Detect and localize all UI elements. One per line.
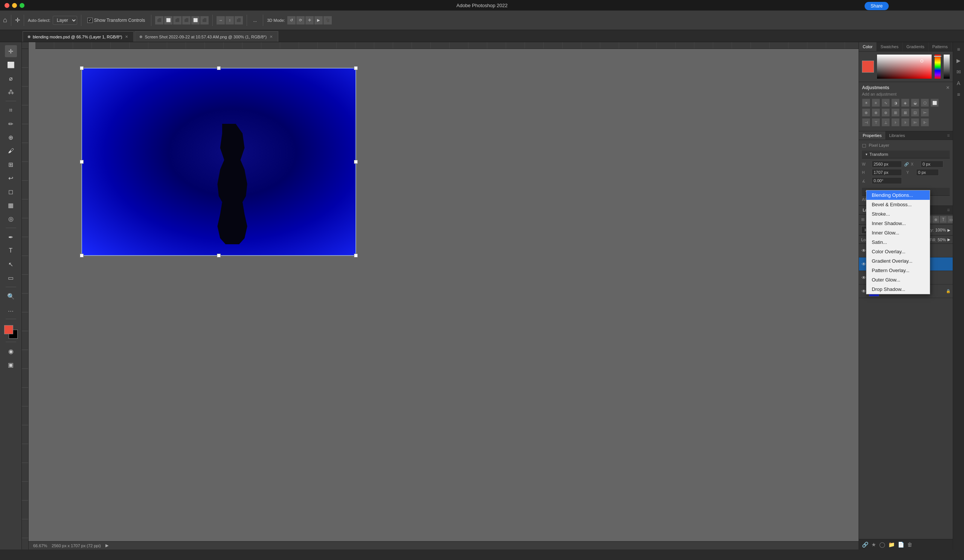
dist-v-btn[interactable]: ↕ — [226, 16, 234, 24]
crop-tool-btn[interactable]: ⌗ — [5, 104, 17, 116]
opacity-expand[interactable]: ▶ — [948, 228, 951, 232]
transform-section-header[interactable]: ▼ Transform — [862, 151, 950, 158]
patterns-tab[interactable]: Patterns — [928, 42, 952, 51]
context-menu-item-gradient-overlay[interactable]: Gradient Overlay... — [866, 256, 930, 266]
align-left-btn[interactable]: ⬛ — [155, 16, 163, 24]
tab-blending-modes-close[interactable]: ✕ — [124, 35, 129, 39]
filter-adj-btn[interactable]: ⊕ — [932, 216, 939, 223]
context-menu-item-color-overlay[interactable]: Color Overlay... — [866, 247, 930, 256]
context-menu-item-blending-options[interactable]: Blending Options... — [866, 190, 930, 200]
gradient-map-btn[interactable]: ⊡ — [911, 109, 919, 117]
canvas-scroll-area[interactable]: 66.67% 2560 px x 1707 px (72 ppi) ▶ — [29, 49, 858, 549]
far-right-play-btn[interactable]: ▶ — [954, 57, 963, 65]
adj-btn15[interactable]: ⊩ — [921, 118, 929, 127]
invert-adj-btn[interactable]: ⊛ — [881, 109, 890, 117]
dist-x-btn[interactable]: ⬛ — [234, 16, 243, 24]
hue-indicator[interactable] — [934, 56, 941, 57]
magic-wand-btn[interactable]: ⁂ — [5, 86, 17, 98]
layer3-vis-icon[interactable]: 👁 — [861, 248, 866, 253]
color-gradient[interactable] — [877, 55, 931, 79]
close-button[interactable] — [5, 3, 10, 8]
color-preview[interactable] — [862, 61, 874, 73]
adj-btn14[interactable]: ⊨ — [911, 118, 919, 127]
shape-btn[interactable]: ▭ — [5, 272, 17, 284]
blur-btn[interactable]: ◎ — [5, 213, 17, 225]
home-icon[interactable]: ⌂ — [3, 16, 7, 24]
align-right-btn[interactable]: ⬛ — [173, 16, 181, 24]
transform-handle-bl[interactable] — [80, 254, 84, 257]
posterize-adj-btn[interactable]: ⊞ — [891, 109, 900, 117]
link-layers-btn[interactable]: 🔗 — [862, 542, 868, 548]
new-layer-btn[interactable]: 📄 — [898, 542, 904, 548]
context-menu-item-inner-glow[interactable]: Inner Glow... — [866, 228, 930, 237]
brush-btn[interactable]: 🖌 — [5, 145, 17, 157]
foreground-color-swatch[interactable] — [4, 325, 13, 334]
filter-shape-btn[interactable]: ▭ — [948, 216, 953, 223]
far-right-btn3[interactable]: ✉ — [954, 68, 963, 76]
tab-screenshot[interactable]: ⊕ Screen Shot 2022-09-22 at 10.57.43 AM.… — [134, 31, 278, 42]
type-btn[interactable]: T — [5, 245, 17, 256]
gradients-tab[interactable]: Gradients — [903, 42, 928, 51]
context-menu-item-pattern-overlay[interactable]: Pattern Overlay... — [866, 266, 930, 275]
move-tool-btn[interactable]: ✛ — [5, 45, 17, 57]
colorbalance-adj-btn[interactable]: ⬡ — [921, 99, 929, 107]
3d-btn3[interactable]: ✛ — [305, 16, 314, 24]
transform-handle-tl[interactable] — [80, 66, 84, 70]
canvas-image[interactable] — [81, 68, 356, 256]
history-btn[interactable]: ↩ — [5, 172, 17, 184]
add-mask-btn[interactable]: ◯ — [879, 542, 885, 548]
move-tool-icon[interactable]: ✛ — [15, 16, 20, 24]
add-style-btn[interactable]: ★ — [871, 542, 876, 548]
lasso-tool-btn[interactable]: ⌀ — [5, 72, 17, 84]
far-right-btn1[interactable]: ≡ — [954, 45, 963, 54]
layer1-vis-icon[interactable]: 👁 — [861, 261, 866, 267]
transform-handle-ml[interactable] — [80, 160, 84, 164]
screen-mode-btn[interactable]: ▣ — [5, 359, 17, 371]
channel-adj-btn[interactable]: ⊗ — [872, 109, 880, 117]
link-icon[interactable]: 🔗 — [904, 162, 909, 166]
angle-input[interactable] — [872, 177, 902, 184]
mask-btn[interactable]: ◉ — [5, 345, 17, 357]
bg-vis-icon[interactable]: 👁 — [861, 289, 866, 294]
gradient-btn[interactable]: ▦ — [5, 199, 17, 211]
eraser-btn[interactable]: ◻ — [5, 185, 17, 198]
3d-btn2[interactable]: ⟳ — [296, 16, 305, 24]
align-bottom-btn[interactable]: ⬛ — [200, 16, 208, 24]
exposure-adj-btn[interactable]: ◑ — [891, 99, 900, 107]
share-button[interactable]: Share — [865, 2, 889, 10]
pen-btn[interactable]: ✒ — [5, 231, 17, 243]
layer2-vis-icon[interactable]: 👁 — [861, 275, 866, 280]
minimize-button[interactable] — [12, 3, 17, 8]
zoom-btn[interactable]: 🔍 — [5, 290, 17, 302]
3d-btn5[interactable]: 🎥 — [324, 16, 332, 24]
hsl-adj-btn[interactable]: ◒ — [911, 99, 919, 107]
transform-handle-bc[interactable] — [217, 254, 221, 257]
path-select-btn[interactable]: ↖ — [5, 258, 17, 270]
x-input[interactable] — [921, 161, 943, 167]
align-vcenter-btn[interactable]: ⬜ — [191, 16, 200, 24]
y-input[interactable] — [916, 169, 939, 176]
hue-strip[interactable] — [935, 55, 941, 79]
clone-btn[interactable]: ⊞ — [5, 158, 17, 170]
brightness-adj-btn[interactable]: ☀ — [862, 99, 870, 107]
brightness-strip[interactable] — [944, 55, 950, 79]
properties-tab[interactable]: Properties — [859, 131, 885, 140]
libraries-tab[interactable]: Libraries — [885, 131, 909, 140]
curves-adj-btn[interactable]: ∿ — [881, 99, 890, 107]
marquee-tool-btn[interactable]: ⬜ — [5, 59, 17, 71]
context-menu-item-inner-shadow[interactable]: Inner Shadow... — [866, 219, 930, 228]
far-right-btn5[interactable]: ≡ — [954, 90, 963, 99]
filter-type-btn[interactable]: T — [940, 216, 947, 223]
delete-layer-btn[interactable]: 🗑 — [907, 542, 912, 548]
transform-handle-mr[interactable] — [354, 160, 358, 164]
auto-select-dropdown[interactable]: Layer — [53, 16, 77, 25]
transform-controls-toggle[interactable]: ✓ Show Transform Controls — [85, 16, 147, 24]
context-menu-item-satin[interactable]: Satin... — [866, 237, 930, 247]
transform-handle-tr[interactable] — [354, 66, 358, 70]
3d-btn1[interactable]: ↺ — [287, 16, 296, 24]
context-menu-item-bevel-emboss[interactable]: Bevel & Emboss... — [866, 200, 930, 209]
align-center-btn[interactable]: ⬜ — [164, 16, 173, 24]
adj-btn13[interactable]: ⊧ — [901, 118, 909, 127]
3d-btn4[interactable]: ▶ — [314, 16, 323, 24]
context-menu-item-drop-shadow[interactable]: Drop Shadow... — [866, 284, 930, 294]
